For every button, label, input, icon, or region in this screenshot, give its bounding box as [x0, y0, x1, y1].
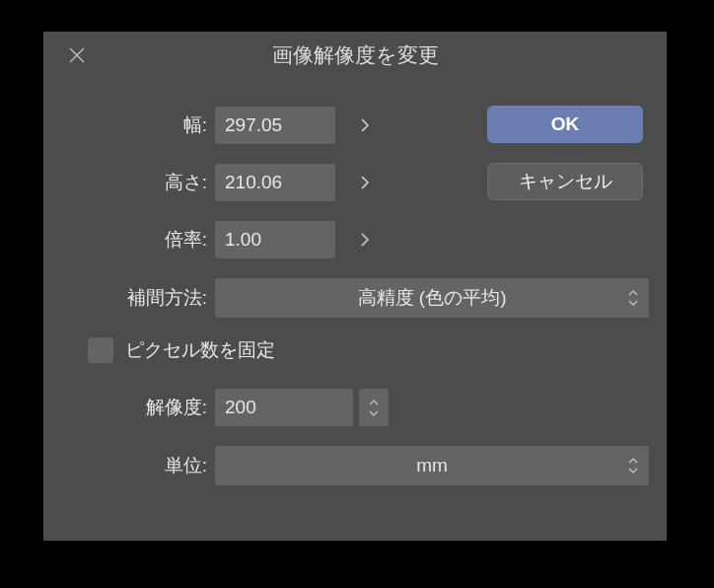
resolution-label: 解像度:: [43, 395, 215, 420]
unit-value: mm: [416, 455, 448, 477]
title-bar: 画像解像度を変更: [43, 32, 667, 79]
height-input[interactable]: [215, 164, 335, 201]
height-label: 高さ:: [43, 170, 215, 195]
fix-pixels-label: ピクセル数を固定: [125, 337, 275, 363]
updown-arrows-icon: [627, 278, 639, 318]
unit-dropdown[interactable]: mm: [215, 446, 649, 485]
height-chevron-icon[interactable]: [335, 164, 394, 201]
width-chevron-icon[interactable]: [335, 107, 394, 144]
interpolation-dropdown[interactable]: 高精度 (色の平均): [215, 278, 649, 318]
interpolation-label: 補間方法:: [43, 285, 215, 311]
scale-input[interactable]: [215, 221, 335, 258]
unit-label: 単位:: [43, 453, 215, 478]
scale-chevron-icon[interactable]: [335, 221, 394, 258]
resolution-input[interactable]: [215, 389, 353, 426]
updown-arrows-icon: [627, 446, 639, 485]
resolution-stepper[interactable]: [359, 389, 389, 426]
interpolation-value: 高精度 (色の平均): [358, 285, 507, 311]
close-icon[interactable]: [65, 32, 89, 79]
width-input[interactable]: [215, 107, 335, 144]
resolution-dialog: 画像解像度を変更 OK キャンセル 幅: 高さ: 倍率:: [43, 32, 667, 541]
scale-label: 倍率:: [43, 227, 215, 253]
width-label: 幅:: [43, 112, 215, 138]
fix-pixels-checkbox[interactable]: [88, 337, 113, 363]
dialog-title: 画像解像度を変更: [272, 43, 439, 66]
